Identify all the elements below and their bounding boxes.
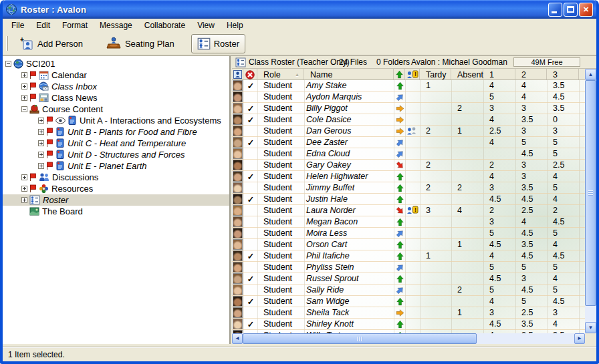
tardy-cell: 2: [426, 160, 431, 170]
expand-toggle[interactable]: [21, 186, 27, 192]
table-row-sam-widge[interactable]: ✓StudentSam Widge454.5: [232, 296, 585, 307]
table-row-orson-cart[interactable]: StudentOrson Cart14.53.54: [232, 239, 585, 250]
table-row-moira-less[interactable]: StudentMoira Less54.55: [232, 228, 585, 239]
tree-item-class-inbox[interactable]: Class Inbox: [3, 81, 229, 92]
expand-toggle[interactable]: [21, 83, 27, 89]
expand-toggle[interactable]: [38, 152, 44, 158]
expand-toggle[interactable]: [21, 95, 27, 101]
maximize-button[interactable]: [564, 3, 578, 17]
table-row-cole-dasice[interactable]: ✓StudentCole Dasice43.50: [232, 114, 585, 126]
table-row-gary-oakey[interactable]: StudentGary Oakey2232.5: [232, 160, 585, 171]
scroll-down-button[interactable]: ▼: [585, 322, 596, 333]
table-row-aydon-marquis[interactable]: StudentAydon Marquis544.5: [232, 92, 585, 103]
name-cell: Sam Widge: [306, 296, 350, 307]
column-header-trend[interactable]: [394, 69, 405, 80]
table-row-russel-sprout[interactable]: ✓StudentRussel Sprout4.534: [232, 273, 585, 285]
menu-message[interactable]: Message: [94, 19, 138, 32]
column-header-1[interactable]: 1: [483, 69, 515, 80]
table-row-sheila-tack[interactable]: StudentSheila Tack132.53: [232, 307, 585, 319]
column-header-2[interactable]: 2: [515, 69, 547, 80]
table-row-shirley-knott[interactable]: ✓StudentShirley Knott4.53.54: [232, 319, 585, 330]
collapse-toggle[interactable]: [5, 61, 11, 67]
table-row-laura-norder[interactable]: StudentLaura Norder!3422.52: [232, 205, 585, 216]
seating-plan-button[interactable]: Seating Plan: [100, 33, 181, 53]
menu-format[interactable]: Format: [56, 19, 94, 32]
tree-item-unit-a-interactions-and-ecosystems[interactable]: Unit A - Interactions and Ecosystems: [3, 115, 229, 126]
column-header-absent[interactable]: Absent: [451, 69, 483, 80]
expand-toggle[interactable]: [21, 72, 27, 78]
expand-toggle[interactable]: [21, 197, 27, 203]
grade-3-cell: 5: [553, 182, 558, 193]
table-row-sally-ride[interactable]: StudentSally Ride254.55: [232, 285, 585, 296]
expand-toggle[interactable]: [38, 129, 44, 135]
table-row-dee-zaster[interactable]: ✓StudentDee Zaster455: [232, 137, 585, 148]
table-row-dan-gerous[interactable]: StudentDan Gerous212.533: [232, 126, 585, 137]
name-cell: Shirley Knott: [306, 319, 354, 329]
roster-button[interactable]: Roster: [191, 34, 245, 53]
scroll-up-button[interactable]: ▲: [585, 69, 596, 80]
tree-item-resources[interactable]: Resources: [3, 183, 229, 194]
student-photo: [233, 262, 243, 272]
column-header-photo[interactable]: [232, 69, 243, 80]
horizontal-scroll-thumb[interactable]: [243, 333, 477, 344]
toolbar-grip[interactable]: [6, 36, 8, 51]
table-row-justin-hale[interactable]: ✓StudentJustin Hale4.54.54: [232, 194, 585, 205]
eye-icon: [55, 117, 66, 124]
grade-1-cell: 4.5: [489, 194, 501, 204]
grade-2-cell: 4.5: [521, 228, 533, 238]
close-button[interactable]: ✕: [579, 3, 593, 17]
tree-item-unit-d-structures-and-forces[interactable]: Unit D - Structures and Forces: [3, 149, 229, 160]
role-cell: Student: [263, 296, 292, 307]
expand-toggle[interactable]: [38, 118, 44, 124]
table-row-phil-itafiche[interactable]: ✓StudentPhil Itafiche144.54.5: [232, 250, 585, 262]
grade-1-cell: 2.5: [489, 126, 501, 136]
horizontal-scrollbar[interactable]: ◄ ►: [232, 333, 585, 344]
table-row-megan-bacon[interactable]: StudentMegan Bacon344.5: [232, 216, 585, 228]
collapse-toggle[interactable]: [21, 106, 27, 112]
grade-2-cell: 3.5: [521, 239, 533, 250]
tree-item-sci201[interactable]: SCI201: [3, 58, 229, 69]
vertical-scroll-thumb[interactable]: [585, 80, 596, 306]
column-header-4[interactable]: 4: [579, 69, 585, 80]
expand-toggle[interactable]: [38, 163, 44, 169]
tree-item-discussions[interactable]: Discussions: [3, 172, 229, 183]
tree-item-unit-c-heat-and-temperature[interactable]: Unit C - Heat and Temperature: [3, 138, 229, 149]
tree-item-unit-b-plants-for-food-and-fibre[interactable]: Unit B - Plants for Food and Fibre: [3, 126, 229, 138]
grade-1-cell: 3: [489, 182, 494, 193]
column-header-role[interactable]: Role▲: [257, 69, 304, 80]
attendance-check: ✓: [245, 114, 256, 125]
table-row-billy-piggot[interactable]: ✓StudentBilly Piggot2333.5: [232, 103, 585, 114]
table-row-phyliss-stein[interactable]: StudentPhyliss Stein555: [232, 262, 585, 273]
table-row-edna-cloud[interactable]: StudentEdna Cloud4.55: [232, 148, 585, 160]
scroll-right-button[interactable]: ►: [574, 333, 585, 344]
column-header-exclude[interactable]: [243, 69, 257, 80]
menu-file[interactable]: File: [5, 19, 30, 32]
column-header-tardy[interactable]: Tardy: [420, 69, 451, 80]
table-row-amy-stake[interactable]: ✓StudentAmy Stake1443.5: [232, 80, 585, 92]
menu-collaborate[interactable]: Collaborate: [138, 19, 191, 32]
menu-edit[interactable]: Edit: [30, 19, 56, 32]
minimize-button[interactable]: [548, 3, 562, 17]
tree-item-course-content[interactable]: Course Content: [3, 104, 229, 115]
column-header-3[interactable]: 3: [547, 69, 579, 80]
column-header-name[interactable]: Name: [304, 69, 394, 80]
titlebar[interactable]: Roster : Avalon ✕: [3, 0, 596, 19]
expand-toggle[interactable]: [38, 140, 44, 146]
expand-toggle[interactable]: [21, 174, 27, 180]
add-person-button[interactable]: +Add Person: [13, 33, 89, 53]
tree-item-roster[interactable]: Roster: [3, 194, 229, 206]
scroll-left-button[interactable]: ◄: [232, 333, 243, 344]
tree-item-unit-e-planet-earth[interactable]: Unit E - Planet Earth: [3, 160, 229, 172]
vertical-scrollbar[interactable]: ▲ ▼: [585, 69, 596, 333]
table-row-helen-highwater[interactable]: ✓StudentHelen Highwater434: [232, 171, 585, 182]
table-row-jimmy-buffet[interactable]: StudentJimmy Buffet2233.55: [232, 182, 585, 194]
tree-item-the-board[interactable]: The Board: [3, 206, 229, 217]
name-cell: Phil Itafiche: [306, 250, 350, 261]
tree-item-calendar[interactable]: Calendar: [3, 69, 229, 81]
name-cell: Sheila Tack: [306, 307, 349, 318]
menu-help[interactable]: Help: [221, 19, 249, 32]
trend-right-icon: [394, 103, 405, 114]
menu-view[interactable]: View: [191, 19, 221, 32]
tree-item-class-news[interactable]: Class News: [3, 92, 229, 104]
column-header-alert[interactable]: !: [405, 69, 420, 80]
